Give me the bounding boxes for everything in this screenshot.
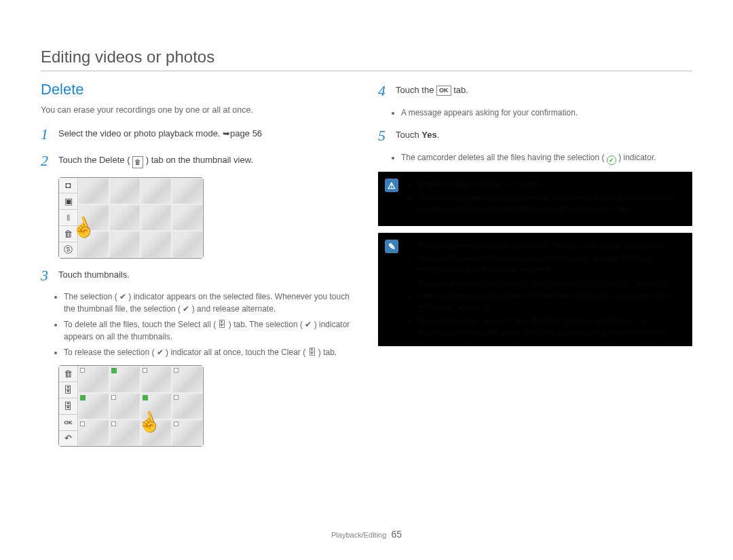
note-icon: ✎ xyxy=(385,240,398,253)
thumbnail-cell xyxy=(109,393,140,419)
thumbnail-cell xyxy=(109,178,140,204)
section-heading: Delete xyxy=(41,81,355,98)
ok-tab-icon: OK xyxy=(59,415,77,431)
step-5-suffix: . xyxy=(437,130,440,140)
back-tab-icon: ↶ xyxy=(59,431,77,447)
side-tabs: 🗑 🗄 🗄 OK ↶ xyxy=(59,366,78,446)
page-title: Editing videos or photos xyxy=(41,48,692,67)
thumbnail-cell xyxy=(78,231,109,257)
clear-tab-icon: 🗄 xyxy=(59,398,77,415)
warning-item: Do not eject a memory card or power off … xyxy=(417,192,684,214)
note-item: You cannot delete protected files. Cance… xyxy=(417,278,684,289)
check-icon xyxy=(607,155,616,165)
step-2-suffix: ) tab on the thumbnail view. xyxy=(146,155,253,165)
note-item: To protect important images from acciden… xyxy=(417,253,684,276)
side-tabs: ◘ ▣ ⦀ 🗑 ⓢ xyxy=(59,178,78,258)
trash-tab-icon: 🗑 xyxy=(59,366,77,382)
thumbnail-cell xyxy=(172,204,203,231)
step-text: Touch the Delete ( 🗑 ) tab on the thumbn… xyxy=(58,151,253,168)
step-number: 4 xyxy=(378,81,390,102)
step-5-bold: Yes xyxy=(421,130,436,140)
thumbnail-cell xyxy=(172,393,203,419)
warning-icon: ⚠ xyxy=(385,179,398,192)
step-text: Touch Yes. xyxy=(396,126,439,141)
thumbnail-cell xyxy=(172,419,203,446)
thumbnail-cell xyxy=(109,366,140,392)
two-column-layout: Delete You can erase your recordings one… xyxy=(41,81,692,453)
note-list: You can also operate this function in th… xyxy=(408,240,684,337)
step-4-prefix: Touch the xyxy=(396,85,436,95)
thumbnail-cell xyxy=(172,178,203,204)
step-5: 5 Touch Yes. xyxy=(378,126,692,147)
bullet-suffix: ) indicator. xyxy=(618,153,656,162)
trash-icon: 🗑 xyxy=(132,156,143,168)
step-number: 5 xyxy=(378,126,390,147)
step-4-suffix: tab. xyxy=(453,85,468,95)
share-tab-icon: ⓢ xyxy=(59,242,77,258)
step-2: 2 Touch the Delete ( 🗑 ) tab on the thum… xyxy=(41,151,355,172)
bullet: The selection ( ✔ ) indicator appears on… xyxy=(64,291,355,315)
step-text: Select the video or photo playback mode.… xyxy=(58,124,262,140)
note-item: The delete function does not work if bat… xyxy=(417,315,684,337)
note-item: If the write protection tab on the memor… xyxy=(417,291,684,313)
step-3-bullets: The selection ( ✔ ) indicator appears on… xyxy=(41,291,355,358)
thumbnail-cell xyxy=(172,366,203,392)
thumbnail-grid xyxy=(78,178,203,258)
note-box: ✎ You can also operate this function in … xyxy=(378,233,692,346)
step-text: Touch thumbnails. xyxy=(58,265,130,281)
bullet: To release the selection ( ✔ ) indicator… xyxy=(64,347,355,358)
bullet-prefix: The camcorder deletes all the files havi… xyxy=(401,153,605,162)
bullet: A message appears asking for your confir… xyxy=(401,107,692,119)
step-number: 3 xyxy=(41,265,53,286)
thumbnail-cell xyxy=(109,231,140,257)
thumbnail-cell xyxy=(78,393,109,419)
step-2-prefix: Touch the Delete ( xyxy=(58,155,130,165)
step-4-bullets: A message appears asking for your confir… xyxy=(378,107,692,119)
right-column: 4 Touch the OK tab. A message appears as… xyxy=(378,81,692,453)
bullet: To delete all the files, touch the Selec… xyxy=(64,319,355,343)
thumbnail-cell xyxy=(140,393,172,419)
thumbnail-cell xyxy=(78,204,109,231)
thumbnail-cell xyxy=(78,178,109,204)
manual-page: Editing videos or photos Delete You can … xyxy=(0,0,733,474)
warning-list: Deleted images cannot be recovered. Do n… xyxy=(408,179,684,214)
thumbnail-cell xyxy=(109,419,140,446)
thumbnail-view-1: ◘ ▣ ⦀ 🗑 ⓢ xyxy=(58,177,204,259)
play-tab-icon: ▣ xyxy=(59,193,77,210)
step-3: 3 Touch thumbnails. xyxy=(41,265,355,286)
page-number: 65 xyxy=(391,529,402,540)
thumbnail-cell xyxy=(140,231,172,257)
thumbnail-cell xyxy=(78,366,109,392)
warning-box: ⚠ Deleted images cannot be recovered. Do… xyxy=(378,172,692,226)
intro-text: You can erase your recordings one by one… xyxy=(41,105,355,115)
step-number: 2 xyxy=(41,151,53,172)
trash-tab-icon: 🗑 xyxy=(59,226,77,242)
thumbnail-cell xyxy=(140,204,172,231)
thumbnail-grid xyxy=(78,366,203,446)
note-item: You can also operate this function in th… xyxy=(417,240,684,251)
warning-item: Deleted images cannot be recovered. xyxy=(417,179,684,190)
thumbnail-cell xyxy=(140,419,172,446)
footer-section-label: Playback/Editing xyxy=(331,531,386,539)
selectall-tab-icon: 🗄 xyxy=(59,382,77,398)
step-text: Touch the OK tab. xyxy=(396,81,468,96)
thumbnail-view-2: 🗑 🗄 🗄 OK ↶ xyxy=(58,365,204,447)
step-5-prefix: Touch xyxy=(396,130,421,140)
page-footer: Playback/Editing 65 xyxy=(0,529,733,540)
thumbnail-cell xyxy=(78,419,109,446)
thumbnail-cell xyxy=(172,231,203,257)
step-number: 1 xyxy=(41,124,53,145)
step-5-bullets: The camcorder deletes all the files havi… xyxy=(378,152,692,166)
bullet: The camcorder deletes all the files havi… xyxy=(401,152,692,166)
camera-tab-icon: ◘ xyxy=(59,178,77,194)
divider xyxy=(41,71,692,71)
left-column: Delete You can erase your recordings one… xyxy=(41,81,355,453)
thumbnail-cell xyxy=(140,178,172,204)
film-tab-icon: ⦀ xyxy=(59,210,77,226)
thumbnail-cell xyxy=(109,204,140,231)
step-4: 4 Touch the OK tab. xyxy=(378,81,692,102)
step-1: 1 Select the video or photo playback mod… xyxy=(41,124,355,145)
ok-icon: OK xyxy=(436,86,451,96)
thumbnail-cell xyxy=(140,366,172,392)
